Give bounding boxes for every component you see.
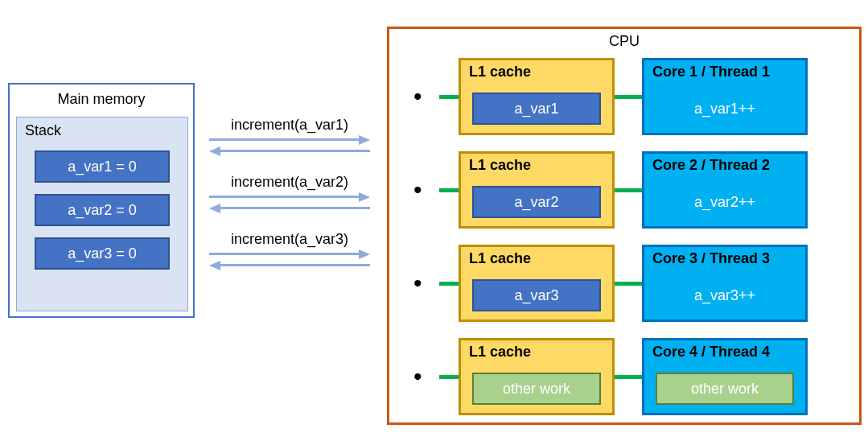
connector-icon xyxy=(615,375,642,379)
core-title: Core 2 / Thread 2 xyxy=(644,154,805,174)
core-box: Core 1 / Thread 1 a_var1++ xyxy=(642,58,808,135)
connector-icon xyxy=(615,188,642,192)
cpu-row: • L1 cache a_var1 Core 1 / Thread 1 a_va… xyxy=(413,58,808,135)
core-box: Core 2 / Thread 2 a_var2++ xyxy=(642,151,808,229)
stack-box: Stack a_var1 = 0 a_var2 = 0 a_var3 = 0 xyxy=(16,117,188,311)
call-label: increment(a_var1) xyxy=(209,117,370,134)
l1-cache-box: L1 cache a_var1 xyxy=(459,58,615,135)
arrow-left-icon xyxy=(209,204,370,213)
connector-icon xyxy=(439,375,459,379)
increment-call-3: increment(a_var3) xyxy=(209,231,370,272)
call-label: increment(a_var3) xyxy=(209,231,370,248)
cpu-box: CPU • L1 cache a_var1 Core 1 / Thread 1 … xyxy=(387,27,862,425)
connector-icon xyxy=(439,95,459,99)
l1-cache-box: L1 cache other work xyxy=(459,338,615,415)
call-label: increment(a_var2) xyxy=(209,174,370,191)
stack-label: Stack xyxy=(17,117,187,139)
cpu-row: • L1 cache other work Core 4 / Thread 4 … xyxy=(413,338,808,415)
cache-value: a_var1 xyxy=(472,93,601,125)
bullet-icon: • xyxy=(413,84,439,109)
core-value: a_var3++ xyxy=(656,279,794,311)
bullet-icon: • xyxy=(413,271,439,295)
arrow-right-icon xyxy=(209,192,370,202)
connector-icon xyxy=(615,282,642,286)
cache-title: L1 cache xyxy=(461,340,612,361)
increment-call-2: increment(a_var2) xyxy=(209,174,370,215)
core-box: Core 4 / Thread 4 other work xyxy=(642,338,808,415)
bullet-icon: • xyxy=(413,178,439,202)
stack-var: a_var1 = 0 xyxy=(35,150,170,183)
core-title: Core 4 / Thread 4 xyxy=(644,340,805,361)
l1-cache-box: L1 cache a_var2 xyxy=(459,151,615,229)
cache-title: L1 cache xyxy=(461,247,612,267)
core-box: Core 3 / Thread 3 a_var3++ xyxy=(642,245,808,322)
cache-value: a_var2 xyxy=(472,186,601,218)
cache-value: other work xyxy=(472,373,601,405)
l1-cache-box: L1 cache a_var3 xyxy=(459,245,615,322)
core-title: Core 1 / Thread 1 xyxy=(644,60,805,80)
connector-icon xyxy=(615,95,642,99)
arrow-right-icon xyxy=(209,249,370,259)
arrow-right-icon xyxy=(209,135,370,145)
stack-var: a_var2 = 0 xyxy=(35,194,170,226)
cpu-row: • L1 cache a_var3 Core 3 / Thread 3 a_va… xyxy=(413,245,808,322)
cache-title: L1 cache xyxy=(461,60,612,80)
increment-call-1: increment(a_var1) xyxy=(209,117,370,158)
connector-icon xyxy=(439,282,459,286)
cpu-label: CPU xyxy=(389,33,859,50)
main-memory-title: Main memory xyxy=(10,84,193,113)
arrow-left-icon xyxy=(209,261,370,270)
bullet-icon: • xyxy=(413,365,439,389)
core-value: a_var1++ xyxy=(656,93,794,125)
core-value: other work xyxy=(656,373,794,405)
cache-title: L1 cache xyxy=(461,154,612,174)
arrow-left-icon xyxy=(209,146,370,156)
cpu-row: • L1 cache a_var2 Core 2 / Thread 2 a_va… xyxy=(413,151,808,229)
main-memory-box: Main memory Stack a_var1 = 0 a_var2 = 0 … xyxy=(8,83,195,318)
stack-var: a_var3 = 0 xyxy=(35,237,170,270)
connector-icon xyxy=(439,188,459,192)
cache-value: a_var3 xyxy=(472,279,601,311)
core-value: a_var2++ xyxy=(656,186,794,218)
core-title: Core 3 / Thread 3 xyxy=(644,247,805,267)
